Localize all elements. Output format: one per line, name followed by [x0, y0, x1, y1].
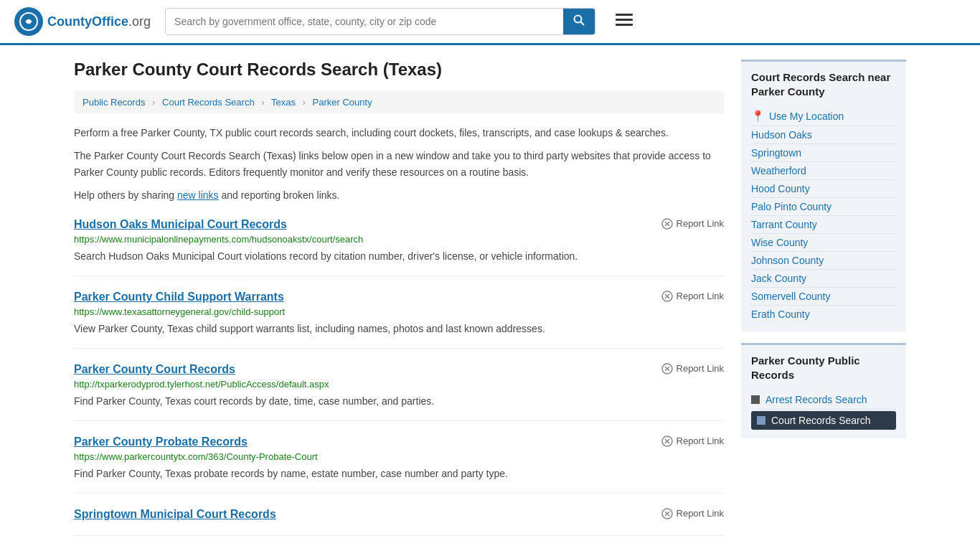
- nearby-city-4[interactable]: Palo Pinto County: [751, 198, 896, 216]
- record-desc-1: View Parker County, Texas child support …: [74, 321, 724, 336]
- record-url-1[interactable]: https://www.texasattorneygeneral.gov/chi…: [74, 306, 724, 317]
- new-links-link[interactable]: new links: [177, 189, 219, 201]
- sidebar: Court Records Search near Parker County …: [741, 60, 906, 536]
- record-item: Hudson Oaks Municipal Court Records Repo…: [74, 218, 724, 276]
- desc-p1: Perform a free Parker County, TX public …: [74, 125, 724, 141]
- desc-p3: Help others by sharing new links and rep…: [74, 187, 724, 203]
- nearby-city-2[interactable]: Weatherford: [751, 162, 896, 180]
- report-link-4[interactable]: Report Link: [661, 508, 724, 519]
- nearby-city-0[interactable]: Hudson Oaks: [751, 126, 896, 144]
- nearby-city-8[interactable]: Jack County: [751, 270, 896, 288]
- page-title: Parker County Court Records Search (Texa…: [74, 60, 724, 80]
- report-icon-2: [661, 363, 673, 375]
- breadcrumb-court-records[interactable]: Court Records Search: [162, 97, 255, 108]
- record-title-2[interactable]: Parker County Court Records: [74, 363, 235, 376]
- record-title-4[interactable]: Springtown Municipal Court Records: [74, 508, 276, 521]
- record-item: Parker County Probate Records Report Lin…: [74, 435, 724, 494]
- breadcrumb-texas[interactable]: Texas: [271, 97, 296, 108]
- report-icon-1: [661, 291, 673, 302]
- location-icon: 📍: [751, 110, 765, 123]
- breadcrumb-sep-2: ›: [261, 97, 264, 108]
- svg-rect-6: [616, 24, 633, 26]
- breadcrumb-public-records[interactable]: Public Records: [83, 97, 145, 108]
- record-desc-2: Find Parker County, Texas court records …: [74, 394, 724, 409]
- breadcrumb-sep-1: ›: [152, 97, 155, 108]
- record-title-0[interactable]: Hudson Oaks Municipal Court Records: [74, 218, 287, 231]
- records-list: Hudson Oaks Municipal Court Records Repo…: [74, 218, 724, 536]
- record-url-0[interactable]: https://www.municipalonlinepayments.com/…: [74, 234, 724, 245]
- search-input[interactable]: [166, 10, 563, 33]
- record-icon-0: [751, 395, 760, 404]
- svg-rect-4: [616, 14, 633, 16]
- desc-p2: The Parker County Court Records Search (…: [74, 148, 724, 180]
- public-records-title: Parker County Public Records: [751, 354, 896, 382]
- record-url-3[interactable]: https://www.parkercountytx.com/363/Count…: [74, 451, 724, 462]
- report-link-3[interactable]: Report Link: [661, 435, 724, 447]
- search-button[interactable]: [563, 9, 595, 34]
- nearby-city-5[interactable]: Tarrant County: [751, 216, 896, 234]
- record-title-3[interactable]: Parker County Probate Records: [74, 435, 248, 448]
- record-item: Parker County Child Support Warrants Rep…: [74, 291, 724, 349]
- public-records-section: Parker County Public Records Arrest Reco…: [741, 343, 906, 438]
- logo-icon: [14, 7, 43, 36]
- nearby-city-9[interactable]: Somervell County: [751, 288, 896, 306]
- report-icon-0: [661, 218, 673, 230]
- record-item: Parker County Court Records Report Link …: [74, 363, 724, 421]
- report-link-0[interactable]: Report Link: [661, 218, 724, 230]
- report-icon-4: [661, 508, 673, 519]
- report-icon-3: [661, 435, 673, 447]
- nearby-city-7[interactable]: Johnson County: [751, 252, 896, 270]
- nearby-city-6[interactable]: Wise County: [751, 234, 896, 252]
- nearby-title: Court Records Search near Parker County: [751, 70, 896, 98]
- record-desc-0: Search Hudson Oaks Municipal Court viola…: [74, 249, 724, 264]
- logo-text: CountyOffice.org: [47, 14, 151, 29]
- use-my-location-link[interactable]: 📍 Use My Location: [751, 107, 896, 126]
- svg-point-1: [27, 19, 31, 24]
- record-icon-1: [757, 416, 765, 425]
- breadcrumb: Public Records › Court Records Search › …: [74, 91, 724, 113]
- public-record-link-0[interactable]: Arrest Records Search: [751, 390, 896, 410]
- svg-line-3: [581, 22, 585, 26]
- report-link-1[interactable]: Report Link: [661, 291, 724, 302]
- record-desc-3: Find Parker County, Texas probate record…: [74, 466, 724, 481]
- svg-rect-5: [616, 19, 633, 21]
- menu-button[interactable]: [610, 9, 639, 34]
- content-area: Parker County Court Records Search (Texa…: [74, 60, 724, 536]
- record-url-2[interactable]: http://txparkerodyprod.tylerhost.net/Pub…: [74, 379, 724, 390]
- breadcrumb-parker-county[interactable]: Parker County: [313, 97, 372, 108]
- public-record-link-1[interactable]: Court Records Search: [751, 411, 896, 430]
- nearby-city-10[interactable]: Erath County: [751, 306, 896, 323]
- nearby-city-3[interactable]: Hood County: [751, 180, 896, 198]
- description-block: Perform a free Parker County, TX public …: [74, 125, 724, 204]
- record-title-1[interactable]: Parker County Child Support Warrants: [74, 291, 284, 303]
- record-item: Springtown Municipal Court Records Repor…: [74, 508, 724, 536]
- svg-point-2: [575, 16, 582, 23]
- report-link-2[interactable]: Report Link: [661, 363, 724, 375]
- search-bar: [165, 8, 595, 35]
- breadcrumb-sep-3: ›: [303, 97, 306, 108]
- logo[interactable]: CountyOffice.org: [14, 7, 151, 36]
- nearby-city-1[interactable]: Springtown: [751, 144, 896, 162]
- use-location-label: Use My Location: [769, 110, 844, 122]
- nearby-section: Court Records Search near Parker County …: [741, 60, 906, 331]
